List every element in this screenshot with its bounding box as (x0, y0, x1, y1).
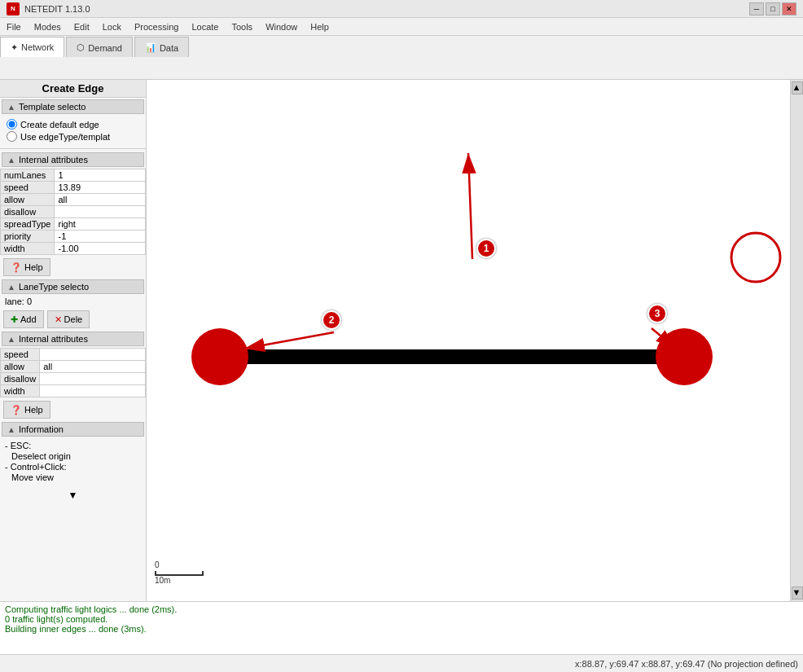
lane-attr-val-speed[interactable] (40, 349, 146, 361)
log-line-2: 0 traffic light(s) computed. (5, 614, 798, 624)
collapse-icon-2: ▲ (7, 156, 15, 165)
attr-val-width[interactable] (55, 243, 146, 255)
menu-tools[interactable]: Tools (225, 20, 259, 33)
attr-val-priority[interactable] (55, 231, 146, 243)
annotation-1-label: 1 (484, 243, 489, 254)
tab-network[interactable]: ✦ Network (0, 37, 64, 58)
panel-title: Create Edge (0, 80, 146, 98)
arrow-1-line (468, 153, 472, 259)
attr-val-spreadtype[interactable] (55, 218, 146, 231)
toolbar-secondary (0, 57, 803, 80)
attr-row-allow: allow (1, 194, 146, 206)
attr-key-disallow: disallow (1, 206, 55, 218)
lane-attr-val-width[interactable] (40, 385, 146, 397)
help-btn-row: ❓ Help (0, 257, 146, 278)
menu-window[interactable]: Window (259, 20, 304, 33)
info-line-4: Move view (5, 472, 141, 482)
info-line-2: Deselect origin (5, 451, 141, 461)
tab-data[interactable]: 📊 Data (134, 37, 189, 58)
scale-start-label: 0 (155, 560, 160, 569)
radio-default[interactable] (7, 119, 17, 130)
help-button-1[interactable]: ❓ Help (3, 258, 50, 276)
help-label-2: Help (24, 405, 43, 415)
tab-demand[interactable]: ⬡ Demand (66, 37, 133, 58)
info-line-1: - ESC: (5, 441, 141, 450)
attr-row-speed: speed (1, 182, 146, 194)
maximize-button[interactable]: □ (766, 2, 780, 15)
tab-bar: ✦ Network ⬡ Demand 📊 Data (0, 36, 803, 59)
collapse-icon-1: ▲ (7, 103, 15, 112)
radio-edgetype[interactable] (7, 131, 17, 142)
info-section-header[interactable]: ▲ Information (2, 422, 144, 437)
main-area: Create Edge ▲ Template selecto Create de… (0, 80, 803, 672)
collapse-icon-3: ▲ (7, 283, 15, 292)
attr-row-disallow: disallow (1, 206, 146, 218)
log-line-1: Computing traffic light logics ... done … (5, 604, 798, 614)
lane-attribute-table: speed allow disallow width (0, 348, 146, 397)
delete-lane-button[interactable]: ✕ Dele (47, 310, 90, 328)
log-area: Computing traffic light logics ... done … (0, 601, 803, 654)
internal-attr-label: Internal attributes (19, 155, 88, 165)
annotation-2: 2 (322, 310, 341, 330)
lane-info: lane: 0 (0, 294, 146, 309)
node-left (191, 328, 248, 385)
lanetype-section-header[interactable]: ▲ LaneType selecto (2, 279, 144, 294)
scale-bar: 0 10m (155, 560, 204, 585)
menu-help[interactable]: Help (304, 20, 336, 33)
data-tab-label: Data (160, 43, 178, 53)
menu-edit[interactable]: Edit (68, 20, 96, 33)
radio-default-text: Create default edge (20, 120, 99, 130)
radio-edgetype-text: Use edgeType/templat (20, 132, 110, 142)
lane-attr-key-width: width (1, 385, 40, 397)
lane-attr-row-allow: allow (1, 361, 146, 373)
scroll-down-button[interactable]: ▼ (792, 586, 803, 600)
radio-default-label[interactable]: Create default edge (7, 119, 139, 130)
lane-attr-val-disallow[interactable] (40, 373, 146, 385)
internal-attr-header[interactable]: ▲ Internal attributes (2, 152, 144, 167)
attr-val-allow[interactable] (55, 194, 146, 206)
attr-key-speed: speed (1, 182, 55, 194)
canvas-area[interactable]: 1 2 3 0 10m (147, 80, 790, 601)
attr-val-numlanes[interactable] (55, 169, 146, 182)
radio-edgetype-label[interactable]: Use edgeType/templat (7, 131, 139, 142)
attr-key-width: width (1, 243, 55, 255)
app-title: NETEDIT 1.13.0 (24, 4, 749, 14)
attribute-table: numLanes speed allow disallow spreadType (0, 169, 146, 255)
network-canvas (147, 80, 790, 601)
menu-processing[interactable]: Processing (128, 20, 185, 33)
menu-modes[interactable]: Modes (28, 20, 68, 33)
info-line-3: - Control+Click: (5, 462, 141, 472)
attr-val-disallow[interactable] (55, 206, 146, 218)
app-icon: N (7, 2, 20, 15)
left-panel: Create Edge ▲ Template selecto Create de… (0, 80, 147, 601)
attr-row-numlanes: numLanes (1, 169, 146, 182)
attr-key-priority: priority (1, 231, 55, 243)
minimize-button[interactable]: ─ (749, 2, 764, 15)
scroll-down-icon[interactable]: ▼ (68, 490, 78, 501)
lane-attr-row-speed: speed (1, 349, 146, 361)
scroll-up-button[interactable]: ▲ (792, 81, 803, 94)
lane-help-btn-row: ❓ Help (0, 399, 146, 420)
close-button[interactable]: ✕ (782, 2, 796, 15)
statusbar: x:88.87, y:69.47 x:88.87, y:69.47 (No pr… (0, 654, 803, 672)
add-lane-button[interactable]: ✚ Add (3, 310, 44, 328)
help-button-2[interactable]: ❓ Help (3, 401, 50, 419)
highlight-circle (731, 233, 780, 282)
right-scrollbar[interactable]: ▲ ▼ (790, 80, 803, 601)
coords-label: x:88.87, y:69.47 x:88.87, y:69.47 (No pr… (575, 659, 798, 669)
template-section-header[interactable]: ▲ Template selecto (2, 99, 144, 114)
lanetype-section-label: LaneType selecto (19, 282, 89, 292)
menu-file[interactable]: File (0, 20, 28, 33)
attr-val-speed[interactable] (55, 182, 146, 194)
lane-internal-attr-header[interactable]: ▲ Internal attributes (2, 332, 144, 346)
lane-attr-key-disallow: disallow (1, 373, 40, 385)
annotation-1: 1 (476, 239, 496, 258)
attr-key-numlanes: numLanes (1, 169, 55, 182)
lane-attr-val-allow[interactable] (40, 361, 146, 373)
menu-lock[interactable]: Lock (96, 20, 128, 33)
lane-btn-row: ✚ Add ✕ Dele (0, 309, 146, 330)
lane-attr-row-disallow: disallow (1, 373, 146, 385)
help-icon-2: ❓ (11, 405, 22, 415)
add-label: Add (20, 314, 37, 324)
menu-locate[interactable]: Locate (185, 20, 225, 33)
